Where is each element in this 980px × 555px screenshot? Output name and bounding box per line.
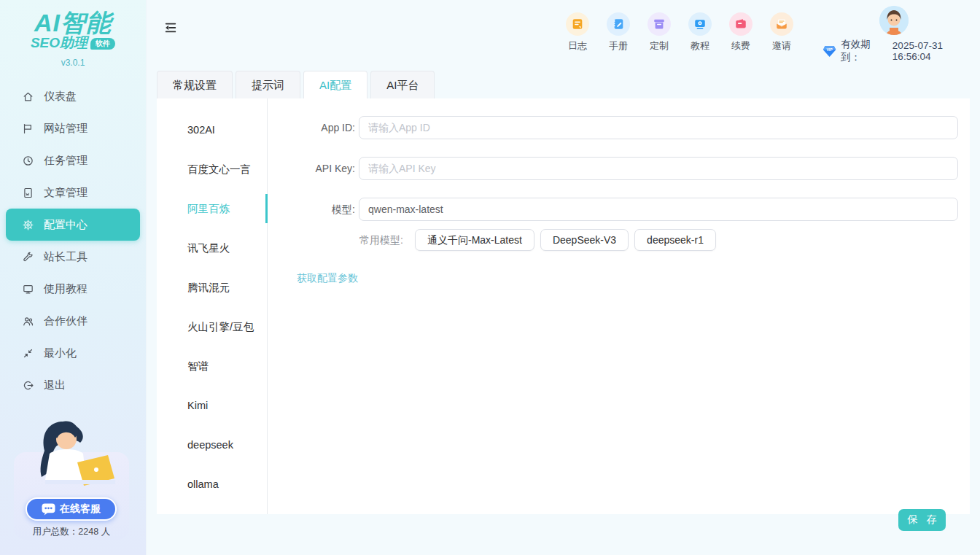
user-avatar[interactable] — [879, 6, 909, 35]
sidebar-item-label: 退出 — [44, 379, 66, 392]
tab-prompts[interactable]: 提示词 — [236, 71, 300, 98]
log-icon — [566, 12, 589, 36]
wrench-icon — [22, 251, 34, 263]
invite-icon — [770, 12, 793, 36]
logo-title: AI智能 — [0, 10, 146, 35]
vip-expiry-value: 2025-07-31 16:56:04 — [892, 40, 980, 62]
settings-tabs: 常规设置 提示词 AI配置 AI平台 — [157, 71, 435, 98]
quick-actions: 日志 手册 定制 教程 续费 邀请 — [557, 12, 802, 53]
svg-text:VIP: VIP — [826, 47, 833, 52]
save-button[interactable]: 保 存 — [898, 509, 946, 531]
quick-action-manual[interactable]: 手册 — [598, 12, 639, 53]
online-support-label: 在线客服 — [60, 502, 101, 516]
ai-config-panel: 302AI 百度文心一言 阿里百炼 讯飞星火 腾讯混元 火山引擎/豆包 智谱 K… — [157, 98, 970, 514]
sidebar-item-label: 使用教程 — [44, 282, 88, 296]
sidebar-item-label: 最小化 — [44, 346, 77, 360]
chat-icon — [42, 503, 55, 516]
user-count: 用户总数：2248 人 — [14, 526, 129, 538]
sidebar-collapse-icon[interactable] — [164, 21, 177, 34]
sidebar-item-label: 仪表盘 — [44, 90, 77, 104]
quick-action-label: 手册 — [609, 39, 628, 53]
provider-tencent-hunyuan[interactable]: 腾讯混元 — [157, 268, 267, 307]
quick-action-tutorial[interactable]: 教程 — [680, 12, 720, 53]
model-chip-deepseek-r1[interactable]: deepseek-r1 — [634, 229, 716, 251]
clock-icon — [22, 155, 34, 167]
tab-ai-platform[interactable]: AI平台 — [370, 71, 435, 98]
provider-deepseek[interactable]: deepseek — [157, 425, 267, 465]
manual-icon — [607, 12, 630, 36]
app-version: v3.0.1 — [0, 58, 146, 68]
sidebar-item-label: 合作伙伴 — [44, 314, 88, 328]
model-chip-deepseek-v3[interactable]: DeepSeek-V3 — [540, 229, 629, 251]
sidebar-item-articles[interactable]: 文章管理 — [6, 176, 140, 209]
sidebar-item-webmaster-tools[interactable]: 站长工具 — [6, 241, 140, 273]
sidebar-item-label: 站长工具 — [44, 250, 88, 264]
home-icon — [22, 90, 34, 103]
sidebar-item-websites[interactable]: 网站管理 — [6, 112, 140, 144]
sidebar-menu: 仪表盘 网站管理 任务管理 文章管理 配置中心 站长工具 使用教程 合作伙伴 — [0, 80, 146, 401]
model-chip-qwen-max-latest[interactable]: 通义千问-Max-Latest — [415, 229, 534, 251]
api-key-label: API Key: — [201, 157, 355, 180]
tutorial-icon — [688, 12, 712, 36]
minimize-icon — [22, 347, 34, 360]
model-label: 模型: — [201, 198, 355, 221]
app-id-input[interactable] — [359, 116, 958, 139]
model-input[interactable] — [359, 198, 958, 221]
app-id-label: App ID: — [201, 116, 355, 139]
sidebar-item-label: 配置中心 — [44, 218, 88, 232]
quick-action-label: 邀请 — [772, 39, 791, 53]
common-models: 通义千问-Max-Latest DeepSeek-V3 deepseek-r1 — [415, 229, 716, 251]
quick-action-label: 日志 — [568, 39, 587, 53]
sidebar-item-tasks[interactable]: 任务管理 — [6, 144, 140, 176]
tab-general-settings[interactable]: 常规设置 — [157, 71, 233, 98]
quick-action-label: 续费 — [731, 39, 750, 53]
provider-kimi[interactable]: Kimi — [157, 386, 267, 425]
quick-action-log[interactable]: 日志 — [557, 12, 598, 53]
logout-icon — [22, 379, 34, 392]
app-logo: AI智能 SEO助理软件 v3.0.1 — [0, 0, 146, 68]
fetch-config-link[interactable]: 获取配置参数 — [297, 272, 358, 285]
sidebar: AI智能 SEO助理软件 v3.0.1 仪表盘 网站管理 任务管理 文章管理 配… — [0, 0, 147, 555]
logo-subtitle: SEO助理软件 — [0, 34, 146, 53]
provider-ollama[interactable]: ollama — [157, 465, 267, 504]
sidebar-item-tutorials[interactable]: 使用教程 — [6, 273, 140, 305]
sidebar-item-label: 文章管理 — [44, 186, 88, 200]
sidebar-item-config-center[interactable]: 配置中心 — [6, 209, 140, 241]
flag-icon — [22, 123, 34, 135]
document-icon — [22, 187, 34, 199]
vip-status: VIP 有效期到：2025-07-31 16:56:04 — [822, 38, 980, 64]
sidebar-item-partners[interactable]: 合作伙伴 — [6, 305, 140, 337]
logo-badge: 软件 — [90, 38, 115, 50]
tab-ai-config[interactable]: AI配置 — [303, 71, 368, 98]
partners-icon — [22, 315, 34, 327]
common-models-label: 常用模型: — [288, 229, 403, 251]
api-key-input[interactable] — [359, 157, 958, 180]
sidebar-item-label: 任务管理 — [44, 154, 88, 168]
sidebar-item-minimize[interactable]: 最小化 — [6, 337, 140, 369]
quick-action-label: 定制 — [650, 39, 669, 53]
vip-icon: VIP — [822, 45, 836, 58]
quick-action-renew[interactable]: 续费 — [720, 12, 761, 53]
quick-action-label: 教程 — [691, 39, 709, 53]
quick-action-custom[interactable]: 定制 — [639, 12, 680, 53]
sidebar-item-label: 网站管理 — [44, 122, 88, 136]
sidebar-item-logout[interactable]: 退出 — [6, 369, 140, 401]
online-support-button[interactable]: 在线客服 — [26, 497, 117, 521]
gear-icon — [22, 219, 34, 231]
monitor-icon — [22, 283, 34, 295]
provider-xunfei-spark[interactable]: 讯飞星火 — [157, 228, 267, 268]
quick-action-invite[interactable]: 邀请 — [761, 12, 802, 53]
vip-expiry-label: 有效期到： — [841, 38, 888, 64]
provider-volcano-doubao[interactable]: 火山引擎/豆包 — [157, 307, 267, 346]
renew-icon — [729, 12, 752, 36]
customer-service-illustration — [20, 419, 120, 494]
provider-zhipu[interactable]: 智谱 — [157, 346, 267, 386]
sidebar-item-dashboard[interactable]: 仪表盘 — [6, 80, 140, 112]
custom-icon — [648, 12, 671, 36]
